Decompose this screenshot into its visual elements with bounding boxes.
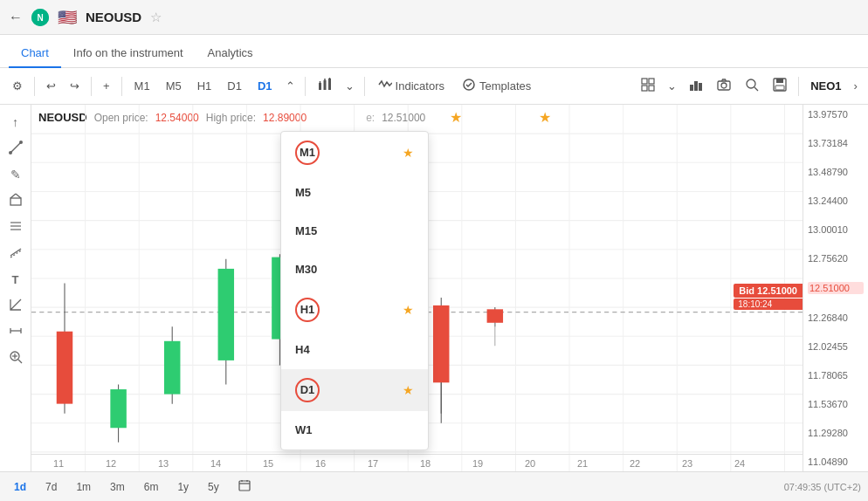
divider-3 (121, 77, 122, 96)
tf-h4-star-icon: ★ (403, 343, 414, 357)
svg-point-25 (19, 141, 23, 144)
undo-button[interactable]: ↩ (41, 76, 61, 96)
trend-line-button[interactable] (3, 136, 28, 161)
tf-m15-plain-label: M15 (295, 221, 320, 242)
tf-m1-circle-label: M1 (295, 141, 320, 165)
bid-area: Bid 12.51000 18:10:24 (734, 284, 803, 310)
svg-line-28 (16, 194, 21, 198)
channel-button[interactable] (3, 241, 28, 265)
calendar-button[interactable] (231, 477, 258, 497)
tf-h1-button[interactable]: H1 (191, 77, 218, 95)
trend-line-icon (9, 141, 23, 157)
pen-tool-button[interactable]: ✎ (3, 162, 28, 187)
pen-icon: ✎ (10, 168, 21, 182)
period-7d-button[interactable]: 7d (38, 478, 64, 496)
divider-1 (34, 77, 35, 96)
chart-type-dropdown-button[interactable]: ⌄ (341, 77, 358, 95)
zoom-button[interactable] (3, 346, 28, 370)
tf-m5-plain-label: M5 (295, 182, 320, 203)
svg-rect-12 (649, 86, 654, 91)
bid-time-label: 18:10:24 (734, 299, 803, 310)
price-label-0: 13.97570 (808, 109, 864, 120)
svg-line-19 (754, 87, 758, 91)
tf-d1-button[interactable]: D1 (221, 77, 248, 95)
search-icon (745, 78, 759, 94)
x-label-13: 13 (158, 458, 169, 469)
redo-button[interactable]: ↪ (65, 76, 85, 96)
back-icon[interactable]: ← (9, 10, 23, 25)
grid-dropdown-button[interactable]: ⌄ (664, 77, 680, 95)
timeframe-expand-button[interactable]: ⌃ (282, 77, 299, 95)
price-label-12: 11.04890 (808, 456, 864, 467)
tf-dropdown-w1[interactable]: W1 ★ (281, 411, 428, 450)
tab-analytics[interactable]: Analytics (196, 39, 265, 68)
price-label-7: 12.26840 (808, 312, 864, 323)
tf-active-button[interactable]: D1 (251, 77, 279, 95)
x-label-18: 18 (420, 458, 431, 469)
search-button[interactable] (740, 74, 764, 98)
period-5y-button[interactable]: 5y (201, 478, 226, 496)
divider-6 (798, 77, 799, 96)
camera-button[interactable] (712, 74, 736, 98)
tf-dropdown-h1[interactable]: H1 ★ (281, 289, 428, 331)
tab-info[interactable]: Info on the instrument (61, 39, 196, 68)
svg-rect-15 (699, 83, 702, 91)
bottom-bar: 1d 7d 1m 3m 6m 1y 5y 07:49:35 (UTC+2) (0, 471, 868, 501)
period-1m-button[interactable]: 1m (69, 478, 98, 496)
tf-dropdown-m5[interactable]: M5 ★ (281, 174, 428, 212)
cursor-tool-button[interactable]: ↑ (3, 110, 28, 134)
price-label-4: 13.00010 (808, 224, 864, 235)
tf-dropdown-h4[interactable]: H4 ★ (281, 331, 428, 369)
period-1y-button[interactable]: 1y (170, 478, 196, 496)
svg-line-32 (10, 249, 21, 256)
period-3m-button[interactable]: 3m (103, 478, 132, 496)
chart-type-button[interactable] (312, 73, 338, 99)
svg-line-38 (18, 360, 22, 363)
fibonacci-button[interactable] (3, 215, 28, 239)
chart-area[interactable]: NEOUSD Open price: 12.54000 High price: … (31, 105, 803, 471)
text-icon: T (12, 273, 19, 286)
period-6m-button[interactable]: 6m (137, 478, 166, 496)
templates-button[interactable]: Templates (455, 75, 538, 97)
svg-rect-14 (694, 81, 698, 91)
calendar-icon (238, 482, 251, 494)
text-tool-button[interactable]: T (3, 267, 28, 292)
price-label-8: 12.02455 (808, 341, 864, 352)
settings-button[interactable]: ⚙ (7, 76, 28, 96)
crosshair-button[interactable]: + (98, 76, 115, 96)
logo-icon: N (31, 9, 49, 26)
save-button[interactable] (768, 74, 792, 98)
svg-rect-11 (642, 86, 647, 91)
svg-rect-9 (642, 79, 647, 84)
crosshair-icon: + (103, 79, 110, 93)
tf-m5-button[interactable]: M5 (160, 77, 188, 95)
gann-button[interactable] (3, 293, 28, 318)
indicators-wave-icon (378, 78, 392, 94)
symbol-expand-button[interactable]: › (851, 77, 861, 95)
tf-d1-circle-label: D1 (295, 378, 320, 402)
price-label-9: 11.78065 (808, 370, 864, 381)
tf-dropdown-m30[interactable]: M30 ★ (281, 250, 428, 289)
favorite-star-icon[interactable]: ☆ (150, 10, 162, 25)
grid-button[interactable] (636, 74, 660, 98)
indicators-button[interactable]: Indicators (371, 75, 451, 97)
period-1d-button[interactable]: 1d (7, 478, 33, 496)
price-label-2: 13.48790 (808, 167, 864, 177)
timeframe-dropdown[interactable]: M1 ★ M5 ★ M15 ★ M30 ★ H1 ★ (280, 131, 429, 450)
x-label-23: 23 (682, 458, 692, 469)
tf-dropdown-d1[interactable]: D1 ★ (281, 369, 428, 411)
top-bar: ← N 🇺🇸 NEOUSD ☆ (0, 0, 868, 35)
tf-m1-button[interactable]: M1 (128, 77, 156, 95)
svg-rect-22 (775, 86, 784, 90)
svg-rect-26 (10, 198, 21, 205)
tf-dropdown-m15[interactable]: M15 ★ (281, 212, 428, 250)
save-icon (773, 78, 787, 94)
bar-chart-button[interactable] (684, 74, 708, 98)
tf-dropdown-m1[interactable]: M1 ★ (281, 132, 428, 174)
x-label-11: 11 (53, 458, 64, 469)
tab-chart[interactable]: Chart (9, 39, 61, 68)
measure-button[interactable] (3, 319, 28, 344)
x-label-16: 16 (315, 458, 326, 469)
shapes-button[interactable] (3, 189, 28, 213)
bid-price-label: Bid 12.51000 (734, 284, 803, 298)
